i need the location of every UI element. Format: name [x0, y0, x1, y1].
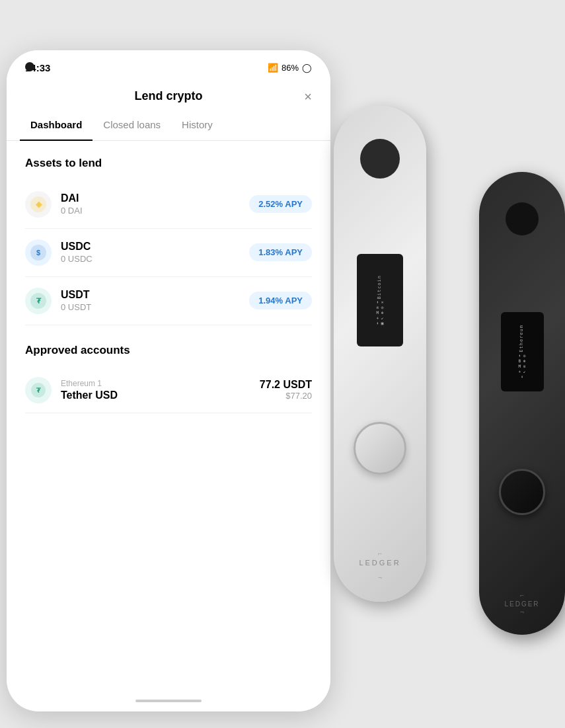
tabs-container: Dashboard Closed loans History: [7, 110, 330, 141]
svg-text:$: $: [36, 249, 40, 257]
phone-shell: 14:33 📶 86% ◯ Lend crypto × Dashboard Cl…: [7, 50, 330, 711]
asset-left-dai: ◈ DAI 0 DAI: [25, 191, 83, 218]
account-sub-label: Ethereum 1: [61, 379, 118, 388]
asset-left-usdt: ₮ USDT 0 USDT: [25, 288, 91, 314]
tab-closed-loans[interactable]: Closed loans: [93, 110, 171, 141]
dai-info: DAI 0 DAI: [61, 192, 83, 216]
dai-balance: 0 DAI: [61, 206, 83, 216]
usdt-icon: ₮: [25, 288, 52, 314]
device2-screen: Ethereum ⬆ ◎ B ⊕ M ≡ + ↙ ⬇: [501, 312, 544, 391]
tab-dashboard[interactable]: Dashboard: [20, 110, 93, 141]
usdc-apy-badge: 1.83% APY: [249, 243, 312, 261]
asset-list: ◈ DAI 0 DAI 2.52% APY $: [25, 181, 312, 325]
account-amount: 77.2 USDT: [260, 379, 312, 391]
app-title: Lend crypto: [134, 89, 202, 103]
svg-text:◈: ◈: [35, 200, 42, 209]
ledger-devices-container: Bitcoin ⬆ ✕ ≡ ◎ M ⊕ + ↙ ⬇ ▣ ⌐ LEDGER ¬ E…: [320, 40, 565, 688]
account-right: 77.2 USDT $77.20: [260, 379, 312, 401]
account-item-tether: ₮ Ethereum 1 Tether USD 77.2 USDT $77.20: [25, 368, 312, 413]
device1-screen: Bitcoin ⬆ ✕ ≡ ◎ M ⊕ + ↙ ⬇ ▣: [357, 254, 403, 346]
approved-section-title: Approved accounts: [25, 344, 312, 357]
device1-main-button: [354, 422, 406, 475]
dai-name: DAI: [61, 192, 83, 204]
device1-bracket-right: ¬: [378, 575, 382, 582]
account-left: ₮ Ethereum 1 Tether USD: [25, 377, 118, 403]
app-header: Lend crypto ×: [7, 79, 330, 110]
asset-left-usdc: $ USDC 0 USDC: [25, 239, 93, 266]
usdt-balance: 0 USDT: [61, 302, 91, 312]
device2-top-button: [506, 202, 539, 235]
status-bar: 14:33 📶 86% ◯: [7, 50, 330, 79]
usdt-apy-badge: 1.94% APY: [249, 292, 312, 309]
asset-item-usdt: ₮ USDT 0 USDT 1.94% APY: [25, 277, 312, 325]
signal-icon: 📶: [268, 63, 278, 73]
battery-circle: ◯: [302, 63, 312, 73]
device2-brand: LEDGER: [504, 600, 539, 608]
usdc-info: USDC 0 USDC: [61, 241, 93, 264]
camera-dot: [25, 62, 34, 71]
dai-apy-badge: 2.52% APY: [249, 195, 312, 213]
tab-history[interactable]: History: [171, 110, 223, 141]
device1-brand: LEDGER: [359, 559, 400, 567]
tether-account-icon: ₮: [25, 377, 52, 403]
asset-item-usdc: $ USDC 0 USDC 1.83% APY: [25, 229, 312, 277]
usdt-name: USDT: [61, 289, 91, 301]
usdc-icon: $: [25, 239, 52, 266]
account-name-label: Tether USD: [61, 389, 118, 401]
asset-item-dai: ◈ DAI 0 DAI 2.52% APY: [25, 181, 312, 229]
dai-icon: ◈: [25, 191, 52, 218]
account-info: Ethereum 1 Tether USD: [61, 379, 118, 401]
approved-section: Approved accounts ₮ Ethereum 1 Tether US…: [25, 344, 312, 413]
account-usd-value: $77.20: [260, 391, 312, 401]
bottom-handle: [135, 700, 202, 702]
status-icons: 📶 86% ◯: [268, 63, 312, 73]
svg-text:₮: ₮: [36, 386, 41, 393]
close-button[interactable]: ×: [304, 89, 312, 104]
usdc-balance: 0 USDC: [61, 254, 93, 264]
device1-top-button: [360, 139, 400, 179]
svg-text:₮: ₮: [36, 297, 42, 305]
main-content: Assets to lend ◈ DAI 0 DAI 2.5: [7, 141, 330, 683]
assets-section-title: Assets to lend: [25, 157, 312, 170]
device1-bracket-left: ⌐: [378, 550, 382, 557]
battery-icon: 86%: [282, 63, 299, 73]
usdc-name: USDC: [61, 241, 93, 253]
ledger-device-dark: Ethereum ⬆ ◎ B ⊕ M ≡ + ↙ ⬇ ⌐ LEDGER ¬: [479, 172, 565, 635]
device2-main-button: [499, 469, 545, 515]
ledger-device-silver: Bitcoin ⬆ ✕ ≡ ◎ M ⊕ + ↙ ⬇ ▣ ⌐ LEDGER ¬: [334, 106, 426, 602]
usdt-info: USDT 0 USDT: [61, 289, 91, 312]
